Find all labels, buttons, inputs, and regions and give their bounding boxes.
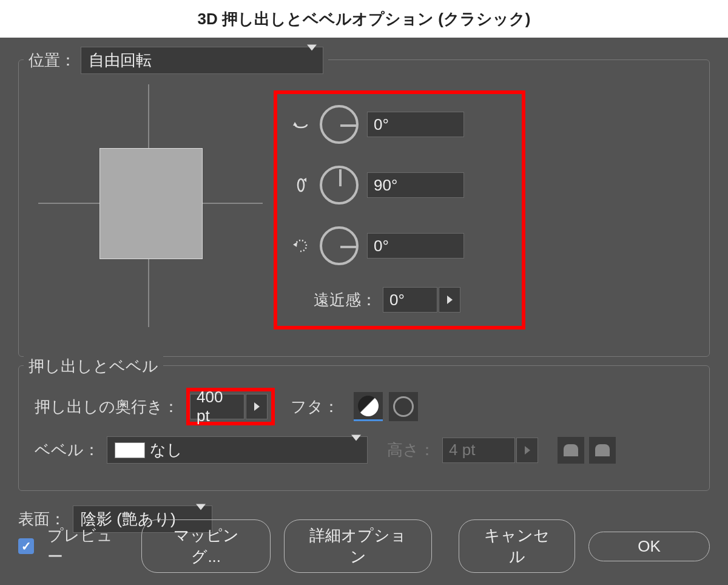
- rotation-z-dial[interactable]: [320, 226, 359, 265]
- bevel-row: ベベル： なし 高さ： 4 pt: [35, 436, 693, 464]
- cap-off-icon: [393, 396, 414, 417]
- rotation-controls: 0° 90°: [268, 78, 697, 333]
- cap-on-icon: [358, 396, 379, 416]
- perspective-label: 遠近感：: [314, 289, 377, 311]
- extrude-bevel-label: 押し出しとベベル: [29, 356, 158, 377]
- rotation-z-row: 0°: [291, 226, 508, 265]
- cap-off-button[interactable]: [389, 392, 418, 421]
- bevel-extent-out-button[interactable]: [558, 437, 584, 464]
- perspective-stepper[interactable]: [439, 287, 460, 313]
- bevel-direction-group: [558, 437, 616, 464]
- position-value: 自由回転: [89, 50, 152, 71]
- bevel-height-input: 4 pt: [442, 438, 515, 463]
- check-icon: ✓: [21, 539, 32, 553]
- rotation-y-input[interactable]: 90°: [367, 172, 464, 198]
- extrude-bevel-header: 押し出しとベベル: [24, 355, 163, 377]
- position-header: 位置： 自由回転: [24, 49, 328, 71]
- cap-label: フタ：: [291, 396, 339, 418]
- rotation-x-row: 0°: [291, 105, 508, 144]
- depth-stepper[interactable]: [246, 394, 268, 419]
- bevel-extent-in-button[interactable]: [589, 437, 616, 464]
- bevel-swatch: [115, 442, 145, 458]
- rotation-highlight: 0° 90°: [274, 90, 525, 330]
- position-content: 0° 90°: [19, 60, 709, 357]
- rotation-x-input[interactable]: 0°: [367, 112, 464, 137]
- cancel-button[interactable]: キャンセル: [459, 519, 575, 573]
- rotate-y-icon: [291, 175, 311, 195]
- bevel-height-label: 高さ：: [387, 439, 435, 461]
- dialog-window: 3D 押し出しとベベルオプション (クラシック) 位置： 自由回転: [0, 0, 728, 585]
- bevel-label: ベベル：: [35, 439, 99, 461]
- position-group: 位置： 自由回転: [18, 59, 710, 357]
- rotation-x-dial[interactable]: [320, 105, 359, 144]
- preview-label: プレビュー: [47, 525, 128, 567]
- perspective-input[interactable]: 0°: [383, 287, 437, 313]
- dialog-title: 3D 押し出しとベベルオプション (クラシック): [0, 0, 728, 38]
- depth-input[interactable]: 400 pt: [190, 394, 244, 419]
- ok-button[interactable]: OK: [588, 532, 710, 561]
- preview-checkbox[interactable]: ✓: [18, 538, 34, 554]
- rotation-z-input[interactable]: 0°: [367, 233, 464, 259]
- dialog-body: 位置： 自由回転: [0, 38, 728, 585]
- position-dropdown[interactable]: 自由回転: [81, 47, 323, 74]
- bevel-out-icon: [564, 444, 578, 456]
- bevel-value: なし: [150, 439, 183, 461]
- depth-highlight: 400 pt: [186, 388, 275, 425]
- perspective-row: 遠近感： 0°: [291, 287, 508, 313]
- bevel-height-stepper: [516, 438, 538, 463]
- depth-label: 押し出しの奥行き：: [35, 396, 179, 418]
- rotation-y-row: 90°: [291, 166, 508, 205]
- position-label: 位置：: [29, 50, 76, 71]
- bevel-dropdown[interactable]: なし: [107, 436, 368, 464]
- cube-preview-face: [99, 148, 203, 259]
- rotate-x-icon: [291, 114, 311, 135]
- dialog-footer: ✓ プレビュー マッピング... 詳細オプション キャンセル OK: [18, 519, 710, 573]
- chevron-right-icon: [254, 402, 260, 411]
- depth-row: 押し出しの奥行き： 400 pt フタ：: [35, 388, 693, 425]
- rotate-z-icon: [291, 235, 311, 256]
- cap-on-button[interactable]: [354, 392, 383, 421]
- cap-buttons: [354, 392, 418, 421]
- rotation-y-dial[interactable]: [320, 166, 359, 205]
- rotation-trackball[interactable]: [31, 78, 268, 333]
- chevron-down-icon: [351, 441, 361, 459]
- chevron-right-icon: [447, 296, 453, 304]
- mapping-button[interactable]: マッピング...: [141, 519, 271, 573]
- more-options-button[interactable]: 詳細オプション: [284, 519, 432, 573]
- chevron-right-icon: [525, 446, 530, 455]
- chevron-down-icon: [307, 51, 317, 70]
- extrude-bevel-group: 押し出しとベベル 押し出しの奥行き： 400 pt フタ： ベベル：: [18, 365, 710, 491]
- bevel-in-icon: [595, 444, 610, 456]
- svg-point-0: [298, 179, 304, 191]
